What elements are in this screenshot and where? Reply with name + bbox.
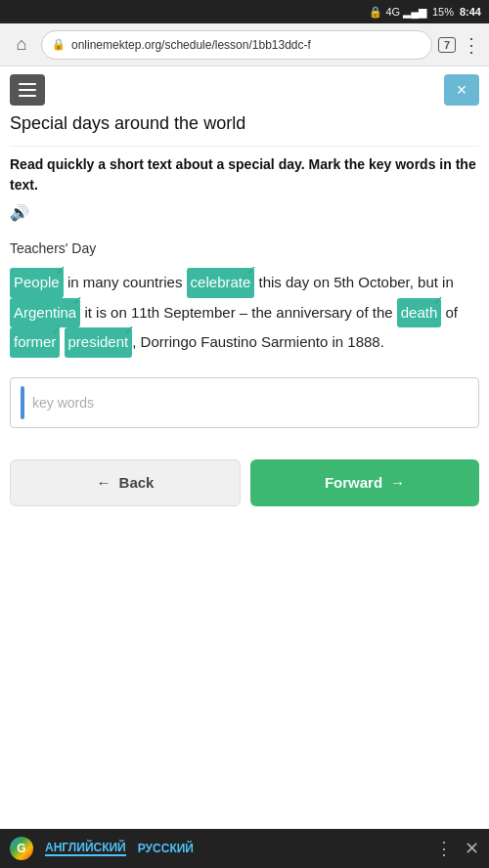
tab-count[interactable]: 7 bbox=[438, 37, 456, 53]
checkmark-former: ✓ bbox=[52, 320, 62, 342]
checkmark-argentina: ✓ bbox=[72, 290, 82, 313]
passage-text: People ✓ in many countries celebrate ✓ t… bbox=[0, 264, 489, 369]
lesson-subtitle: Teachers' Day bbox=[0, 237, 489, 264]
page-title: Special days around the world bbox=[0, 113, 489, 146]
highlight-death[interactable]: death ✓ bbox=[397, 298, 442, 328]
back-arrow-icon bbox=[97, 474, 111, 491]
forward-arrow-icon bbox=[390, 474, 405, 491]
highlight-former[interactable]: former ✓ bbox=[10, 327, 60, 358]
navigation-buttons: Back Forward bbox=[0, 436, 489, 526]
forward-button[interactable]: Forward bbox=[250, 459, 479, 506]
menu-button[interactable] bbox=[10, 74, 45, 106]
back-label: Back bbox=[119, 474, 155, 491]
forward-label: Forward bbox=[325, 474, 382, 491]
status-icons: 🔒 4G ▂▄▆ bbox=[369, 6, 426, 19]
checkmark-celebrate: ✓ bbox=[246, 260, 256, 282]
highlight-people[interactable]: People ✓ bbox=[10, 268, 64, 298]
toolbar: × bbox=[0, 66, 489, 113]
battery-indicator: 15% bbox=[432, 6, 454, 18]
main-content: × Special days around the world Read qui… bbox=[0, 66, 489, 526]
instruction-text: Read quickly a short text about a specia… bbox=[0, 147, 489, 237]
language-bar: G АНГЛИЙСКИЙ РУССКИЙ ⋮ ✕ bbox=[0, 829, 489, 868]
url-text: onlinemektep.org/schedule/lesson/1bb13dd… bbox=[71, 38, 311, 52]
lang-button-russian[interactable]: АНГЛИЙСКИЙ bbox=[45, 841, 126, 856]
key-words-area[interactable]: key words bbox=[10, 377, 479, 428]
lock-icon: 🔒 bbox=[52, 38, 66, 51]
checkmark-death: ✓ bbox=[433, 290, 443, 313]
url-bar[interactable]: 🔒 onlinemektep.org/schedule/lesson/1bb13… bbox=[41, 30, 432, 60]
time-display: 8:44 bbox=[460, 6, 481, 18]
google-translate-icon: G bbox=[10, 837, 33, 860]
highlight-celebrate[interactable]: celebrate ✓ bbox=[187, 268, 255, 298]
highlight-argentina[interactable]: Argentina ✓ bbox=[10, 298, 80, 328]
checkmark-president: ✓ bbox=[124, 320, 134, 342]
blue-bar-indicator bbox=[21, 386, 24, 419]
key-words-placeholder: key words bbox=[32, 395, 94, 411]
checkmark-people: ✓ bbox=[56, 260, 66, 282]
highlight-president[interactable]: president ✓ bbox=[65, 327, 133, 358]
home-icon[interactable]: ⌂ bbox=[8, 31, 35, 59]
speaker-icon[interactable]: 🔊 bbox=[10, 201, 29, 225]
browser-bar: ⌂ 🔒 onlinemektep.org/schedule/lesson/1bb… bbox=[0, 23, 489, 66]
lang-button-english[interactable]: РУССКИЙ bbox=[138, 842, 194, 855]
status-bar: 🔒 4G ▂▄▆ 15% 8:44 bbox=[0, 0, 489, 23]
close-translate-icon[interactable]: ✕ bbox=[465, 838, 479, 859]
browser-menu-icon[interactable]: ⋮ bbox=[462, 33, 481, 57]
more-options-icon[interactable]: ⋮ bbox=[435, 838, 453, 859]
close-button[interactable]: × bbox=[444, 74, 479, 106]
back-button[interactable]: Back bbox=[10, 459, 241, 506]
